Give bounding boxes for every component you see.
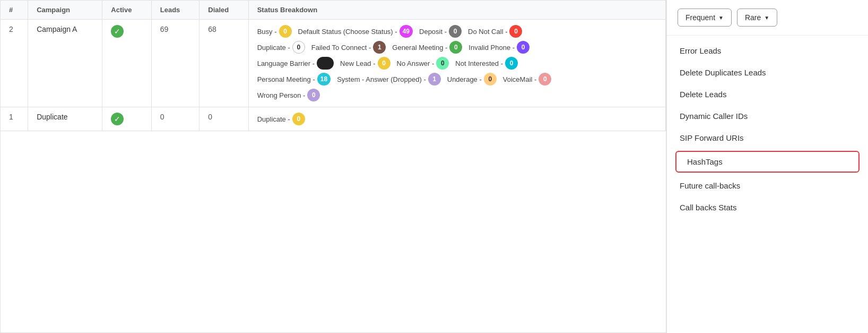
rare-button[interactable]: Rare ▼ [737,8,777,27]
status-item: Failed To Connect -1 [311,41,386,54]
status-badge: 0 [292,41,305,54]
status-badge: 49 [400,25,413,38]
status-badge: 0 [307,89,320,101]
status-item: Not Interested -0 [455,57,518,70]
status-badge [317,57,334,70]
status-badge: 0 [509,25,522,38]
status-badge: 1 [428,73,441,86]
menu-item[interactable]: Delete Duplicates Leads [667,62,868,83]
status-item: Language Barrier - [257,57,334,70]
menu-item[interactable]: HashTags [675,151,860,173]
rare-label: Rare [745,13,761,22]
status-badge: 0 [539,73,551,86]
row-statuses: Duplicate -0 [248,107,665,131]
status-label: Default Status (Choose Status) - [298,28,397,36]
status-badge: 0 [484,73,497,86]
row-active: ✓ [102,107,151,131]
frequent-label: Frequent [685,13,715,22]
menu-item[interactable]: SIP Forward URIs [667,127,868,149]
status-badge: 0 [449,25,462,38]
page-container: # Campaign Active Leads Dialed Status Br… [0,0,868,333]
status-label: Invalid Phone - [468,44,515,52]
status-label: VoiceMail - [503,75,537,83]
frequent-chevron-icon: ▼ [718,15,724,21]
status-item: Personal Meeting -18 [257,73,331,86]
status-badge: 0 [378,57,390,70]
status-item: Do Not Call -0 [468,25,522,38]
table-area: # Campaign Active Leads Dialed Status Br… [0,0,666,333]
status-badge: 1 [373,41,386,54]
status-item: Busy -0 [257,25,292,38]
col-number: # [1,1,28,20]
table-row: 2Campaign A✓6968Busy -0Default Status (C… [1,20,666,107]
status-label: Not Interested - [455,59,503,67]
menu-list: Error LeadsDelete Duplicates LeadsDelete… [667,36,868,223]
status-label: Busy - [257,28,277,36]
right-panel: Frequent ▼ Rare ▼ Error LeadsDelete Dupl… [666,0,868,333]
status-label: Deposit - [419,28,447,36]
status-badge: 0 [292,113,305,125]
status-label: Underage - [447,75,482,83]
campaigns-table: # Campaign Active Leads Dialed Status Br… [1,1,666,131]
row-campaign: Campaign A [28,20,102,107]
status-label: Failed To Connect - [311,44,371,52]
status-badge: 0 [517,41,530,54]
col-dialed: Dialed [199,1,248,20]
status-badge: 0 [279,25,292,38]
status-item: Duplicate -0 [257,41,305,54]
row-active: ✓ [102,20,151,107]
status-label: System - Answer (Dropped) - [337,75,426,83]
row-dialed: 68 [199,20,248,107]
col-active: Active [102,1,151,20]
menu-item[interactable]: Dynamic Caller IDs [667,105,868,127]
status-item: Underage -0 [447,73,497,86]
status-item: Duplicate -0 [257,113,305,125]
status-item: Deposit -0 [419,25,462,38]
status-badge: 18 [317,73,331,86]
row-statuses: Busy -0Default Status (Choose Status) -4… [248,20,665,107]
table-row: 1Duplicate✓00Duplicate -0 [1,107,666,131]
active-checkmark-icon: ✓ [111,113,124,125]
status-badge: 0 [505,57,518,70]
status-label: Wrong Person - [257,91,306,99]
status-item: Invalid Phone -0 [468,41,530,54]
col-campaign: Campaign [28,1,102,20]
menu-item[interactable]: Delete Leads [667,83,868,105]
status-label: Do Not Call - [468,28,507,36]
status-item: System - Answer (Dropped) -1 [337,73,441,86]
status-label: No Answer - [397,59,435,67]
status-grid: Busy -0Default Status (Choose Status) -4… [257,25,565,101]
status-label: Language Barrier - [257,59,315,67]
row-leads: 0 [151,107,199,131]
frequent-button[interactable]: Frequent ▼ [678,8,732,27]
status-grid: Duplicate -0 [257,113,565,125]
status-label: Duplicate - [257,44,290,52]
status-item: General Meeting -0 [392,41,462,54]
status-item: New Lead -0 [340,57,390,70]
col-leads: Leads [151,1,199,20]
status-badge: 0 [449,41,462,54]
rare-chevron-icon: ▼ [764,15,769,21]
col-statuses: Status Breakdown [248,1,665,20]
row-dialed: 0 [199,107,248,131]
panel-top: Frequent ▼ Rare ▼ [667,0,868,36]
status-label: New Lead - [340,59,375,67]
status-item: Default Status (Choose Status) -49 [298,25,413,38]
status-label: General Meeting - [392,44,447,52]
status-item: VoiceMail -0 [503,73,552,86]
menu-item[interactable]: Call backs Stats [667,197,868,218]
status-label: Duplicate - [257,115,290,123]
menu-item[interactable]: Future call-backs [667,175,868,197]
status-label: Personal Meeting - [257,75,315,83]
menu-item[interactable]: Error Leads [667,40,868,62]
status-item: Wrong Person -0 [257,89,320,101]
active-checkmark-icon: ✓ [111,25,124,38]
table-header-row: # Campaign Active Leads Dialed Status Br… [1,1,666,20]
row-number: 1 [1,107,28,131]
row-campaign: Duplicate [28,107,102,131]
status-badge: 0 [436,57,449,70]
row-number: 2 [1,20,28,107]
row-leads: 69 [151,20,199,107]
status-item: No Answer -0 [397,57,449,70]
